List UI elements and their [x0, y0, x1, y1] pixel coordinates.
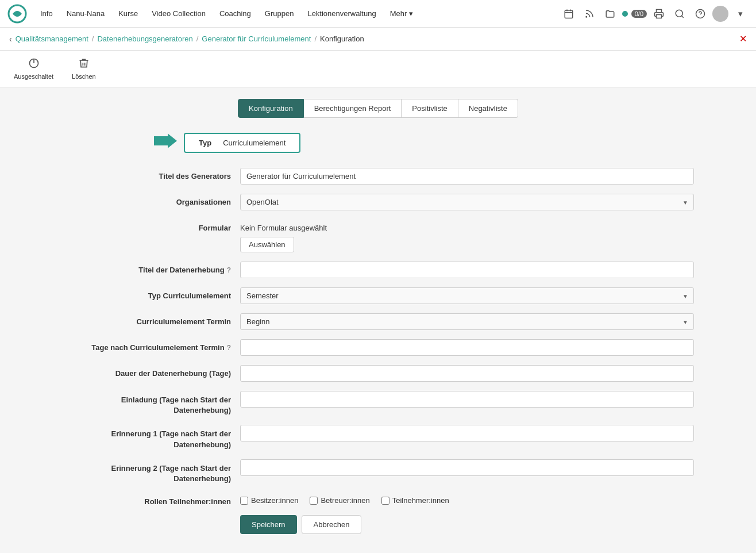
checkbox-besitzer-label: Besitzer:innen [251, 496, 298, 505]
tab-konfiguration[interactable]: Konfiguration [238, 99, 304, 118]
help-icon-tage-nach-termin[interactable]: ? [227, 344, 231, 352]
svg-point-6 [676, 10, 682, 17]
breadcrumb-back[interactable]: ‹ [9, 34, 12, 44]
formular-static-text: Kein Formular ausgewählt [240, 220, 694, 232]
search-icon[interactable] [671, 5, 688, 22]
breadcrumb-qualitaetsmanagement[interactable]: Qualitätsmanagement [16, 34, 88, 43]
delete-label: Löschen [72, 73, 96, 80]
input-tage-nach-termin[interactable] [240, 339, 694, 356]
save-button[interactable]: Speichern [240, 515, 297, 534]
svg-rect-0 [565, 10, 573, 18]
checkbox-besitzer[interactable]: Besitzer:innen [240, 496, 298, 505]
label-erinnerung1: Erinnerung 1 (Tage nach Start derDatener… [62, 425, 240, 450]
nav-coaching[interactable]: Coaching [214, 6, 257, 21]
topnav-icons: 0/0 ▾ [560, 5, 749, 22]
checkbox-betreuer[interactable]: Betreuer:innen [310, 496, 369, 505]
topnav: Info Nanu-Nana Kurse Video Collection Co… [0, 0, 756, 28]
label-erinnerung2: Erinnerung 2 (Tage nach Start derDatener… [62, 459, 240, 484]
control-dauer [240, 365, 694, 382]
delete-button[interactable]: Löschen [67, 55, 101, 82]
form-row-erinnerung1: Erinnerung 1 (Tage nach Start derDatener… [62, 425, 694, 450]
form-row-typ-curriculumelement: Typ Curriculumelement Semester [62, 287, 694, 304]
form-row-tage-nach-termin: Tage nach Curriculumelement Termin ? [62, 339, 694, 356]
breadcrumb-current: Konfiguration [320, 34, 364, 43]
breadcrumb-datenerhebungsgeneratoren[interactable]: Datenerhebungsgeneratoren [97, 34, 192, 43]
nav-info[interactable]: Info [34, 6, 59, 21]
logo[interactable] [7, 3, 28, 24]
help-icon[interactable] [692, 5, 709, 22]
folder-icon[interactable] [601, 5, 619, 22]
tab-negativliste[interactable]: Negativliste [458, 99, 518, 118]
select-termin[interactable]: Beginn [240, 313, 694, 330]
label-termin: Curriculumelement Termin [62, 313, 240, 326]
nav-mehr[interactable]: Mehr ▾ [384, 6, 419, 21]
label-formular: Formular [62, 220, 240, 232]
avatar[interactable] [712, 6, 728, 22]
formular-select-button[interactable]: Auswählen [240, 237, 294, 252]
form-row-erinnerung2: Erinnerung 2 (Tage nach Start derDatener… [62, 459, 694, 484]
type-label: Typ [199, 139, 211, 147]
cancel-button[interactable]: Abbrechen [302, 515, 362, 534]
label-titel-generators: Titel des Generators [62, 168, 240, 181]
help-icon-titel-datenerhebung[interactable]: ? [227, 266, 231, 274]
checkbox-besitzer-input[interactable] [240, 497, 248, 505]
input-einladung[interactable] [240, 391, 694, 408]
nav-nanu-nana[interactable]: Nanu-Nana [61, 6, 111, 21]
tab-positivliste[interactable]: Positivliste [402, 99, 458, 118]
control-termin: Beginn [240, 313, 694, 330]
nav-gruppen[interactable]: Gruppen [259, 6, 300, 21]
form-row-organisationen: Organisationen OpenOlat [62, 194, 694, 210]
label-organisationen: Organisationen [62, 194, 240, 206]
type-row: Typ Curriculumelement [62, 132, 694, 154]
checkbox-betreuer-input[interactable] [310, 497, 318, 505]
svg-point-4 [586, 16, 587, 17]
nav-video-collection[interactable]: Video Collection [146, 6, 211, 21]
svg-marker-12 [154, 133, 177, 148]
control-titel-datenerhebung [240, 262, 694, 278]
nav-kurse[interactable]: Kurse [113, 6, 144, 21]
checkbox-betreuer-label: Betreuer:innen [321, 496, 369, 505]
checkbox-teilnehmer[interactable]: Teilnehmer:innen [381, 496, 449, 505]
tab-berechtigungen[interactable]: Berechtigungen Report [304, 99, 402, 118]
toolbar: Ausgeschaltet Löschen [0, 51, 756, 87]
control-formular: Kein Formular ausgewählt Auswählen [240, 220, 694, 252]
user-menu-chevron[interactable]: ▾ [732, 5, 749, 22]
control-einladung [240, 391, 694, 408]
checkbox-teilnehmer-input[interactable] [381, 497, 389, 505]
breadcrumb-generator[interactable]: Generator für Curriculumelement [202, 34, 311, 43]
trash-icon [78, 57, 90, 72]
type-box: Typ Curriculumelement [184, 133, 300, 153]
select-typ-curriculumelement[interactable]: Semester [240, 287, 694, 304]
rss-icon[interactable] [581, 5, 598, 22]
checkbox-teilnehmer-label: Teilnehmer:innen [392, 496, 449, 505]
input-dauer[interactable] [240, 365, 694, 382]
breadcrumb-close[interactable]: ✕ [739, 33, 747, 44]
nav-lektionenverwaltung[interactable]: Lektionenverwaltung [302, 6, 381, 21]
input-erinnerung1[interactable] [240, 425, 694, 441]
print-icon[interactable] [650, 5, 668, 22]
form-row-dauer: Dauer der Datenerhebung (Tage) [62, 365, 694, 382]
control-typ-curriculumelement: Semester [240, 287, 694, 304]
calendar-icon[interactable] [560, 5, 577, 22]
select-wrapper-organisationen: OpenOlat [240, 194, 694, 210]
form-row-einladung: Einladung (Tage nach Start derDatenerheb… [62, 391, 694, 416]
breadcrumb-sep-2: / [196, 34, 199, 43]
switch-off-icon [28, 57, 40, 72]
form-row-rollen: Rollen Teilnehmer:innen Besitzer:innen B… [62, 493, 694, 506]
select-organisationen[interactable]: OpenOlat [240, 194, 694, 210]
form-row-termin: Curriculumelement Termin Beginn [62, 313, 694, 330]
select-wrapper-termin: Beginn [240, 313, 694, 330]
input-erinnerung2[interactable] [240, 459, 694, 476]
select-wrapper-typ-curriculumelement: Semester [240, 287, 694, 304]
switch-off-button[interactable]: Ausgeschaltet [9, 55, 58, 82]
main-content: Konfiguration Berechtigungen Report Posi… [0, 87, 756, 546]
arrow-indicator [154, 132, 177, 154]
switch-off-label: Ausgeschaltet [14, 73, 53, 80]
input-titel-generators[interactable] [240, 168, 694, 185]
label-tage-nach-termin: Tage nach Curriculumelement Termin ? [62, 339, 240, 352]
input-titel-datenerhebung[interactable] [240, 262, 694, 278]
badge-count[interactable]: 0/0 [631, 10, 647, 18]
label-titel-datenerhebung: Titel der Datenerhebung ? [62, 262, 240, 274]
tabs: Konfiguration Berechtigungen Report Posi… [0, 99, 756, 118]
svg-line-7 [681, 16, 683, 17]
